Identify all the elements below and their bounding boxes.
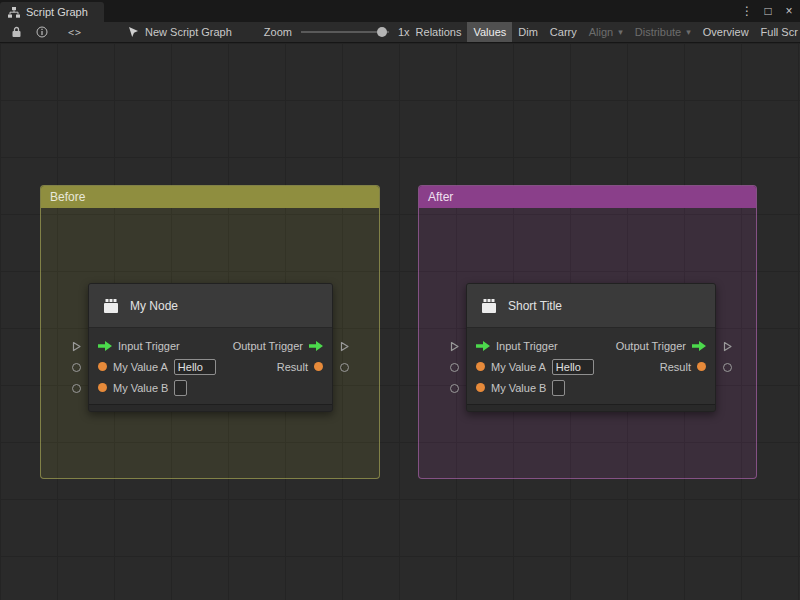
menu-icon[interactable]: ⋮	[741, 0, 753, 22]
value-port-icon	[476, 362, 485, 371]
overview-button[interactable]: Overview	[697, 22, 755, 42]
flow-out-arrow-icon	[692, 341, 706, 351]
align-label: Align	[589, 26, 613, 38]
flow-output-port[interactable]	[340, 341, 349, 352]
zoom-control: Zoom 1x	[264, 22, 410, 42]
group-label: Before	[50, 190, 85, 204]
values-button[interactable]: Values	[467, 22, 512, 42]
node-my-node[interactable]: My Node Input Trigger Output Trigger	[88, 283, 333, 412]
result-label: Result	[277, 361, 308, 373]
flow-in-label: Input Trigger	[496, 340, 558, 352]
tab-bar: Script Graph ⋮ □ ×	[0, 0, 800, 22]
node-title: My Node	[130, 299, 178, 313]
node-body: Input Trigger Output Trigger My Value A …	[89, 328, 332, 404]
port-row-value-a: My Value A Result	[89, 356, 332, 377]
value-a-label: My Value A	[113, 361, 168, 373]
value-b-input[interactable]	[552, 380, 565, 396]
value-b-label: My Value B	[491, 382, 546, 394]
value-a-label: My Value A	[491, 361, 546, 373]
value-b-label: My Value B	[113, 382, 168, 394]
port-row-value-a: My Value A Result	[467, 356, 715, 377]
chevron-down-icon: ▾	[686, 27, 691, 37]
flow-input-port[interactable]	[450, 341, 459, 352]
window-controls: ⋮ □ ×	[741, 0, 795, 22]
new-script-graph-label: New Script Graph	[145, 26, 232, 38]
graph-toolbar: <> New Script Graph Zoom 1x Relations Va…	[0, 22, 800, 43]
script-graph-window: Script Graph ⋮ □ × <> New Script Graph Z…	[0, 0, 800, 600]
flow-output-port[interactable]	[723, 341, 732, 352]
zoom-slider-knob[interactable]	[377, 27, 387, 37]
flow-out-label: Output Trigger	[233, 340, 303, 352]
node-footer	[467, 404, 715, 411]
group-header[interactable]: After	[419, 186, 756, 208]
pointer-icon	[127, 26, 139, 38]
graph-canvas[interactable]: Before After My Node	[0, 43, 800, 600]
value-input-port-a[interactable]	[72, 363, 81, 372]
value-port-icon	[98, 362, 107, 371]
value-output-port-result[interactable]	[340, 363, 349, 372]
port-row-trigger: Input Trigger Output Trigger	[89, 335, 332, 356]
tab-title: Script Graph	[26, 6, 88, 18]
flow-out-label: Output Trigger	[616, 340, 686, 352]
align-dropdown[interactable]: Align ▾	[583, 22, 629, 42]
group-header[interactable]: Before	[41, 186, 379, 208]
value-input-port-b[interactable]	[72, 384, 81, 393]
zoom-slider[interactable]	[301, 22, 389, 42]
node-short-title[interactable]: Short Title Input Trigger Output Trigger	[466, 283, 716, 412]
node-header[interactable]: My Node	[89, 284, 332, 328]
value-b-input[interactable]	[174, 380, 187, 396]
node-title: Short Title	[508, 299, 562, 313]
port-row-trigger: Input Trigger Output Trigger	[467, 335, 715, 356]
flow-in-label: Input Trigger	[118, 340, 180, 352]
result-label: Result	[660, 361, 691, 373]
distribute-label: Distribute	[635, 26, 681, 38]
new-script-graph-button[interactable]: New Script Graph	[121, 22, 238, 42]
node-body: Input Trigger Output Trigger My Value A …	[467, 328, 715, 404]
value-input-port-a[interactable]	[450, 363, 459, 372]
zoom-label: Zoom	[264, 26, 292, 38]
group-label: After	[428, 190, 453, 204]
unit-icon	[102, 298, 120, 314]
node-footer	[89, 404, 332, 411]
tab-script-graph[interactable]: Script Graph	[0, 2, 104, 22]
port-row-value-b: My Value B	[89, 377, 332, 398]
value-input-port-b[interactable]	[450, 384, 459, 393]
distribute-dropdown[interactable]: Distribute ▾	[629, 22, 697, 42]
carry-button[interactable]: Carry	[544, 22, 583, 42]
maximize-icon[interactable]: □	[762, 0, 774, 22]
flow-out-arrow-icon	[309, 341, 323, 351]
flow-input-port[interactable]	[72, 341, 81, 352]
value-output-port-result[interactable]	[723, 363, 732, 372]
value-port-icon	[314, 362, 323, 371]
info-icon[interactable]	[29, 22, 55, 42]
node-header[interactable]: Short Title	[467, 284, 715, 328]
flow-in-arrow-icon	[98, 341, 112, 351]
code-view-icon[interactable]: <>	[61, 22, 89, 42]
chevron-down-icon: ▾	[618, 27, 623, 37]
value-a-input[interactable]	[552, 359, 594, 375]
value-port-icon	[476, 383, 485, 392]
close-icon[interactable]: ×	[783, 0, 795, 22]
dim-button[interactable]: Dim	[512, 22, 544, 42]
relations-button[interactable]: Relations	[410, 22, 468, 42]
value-port-icon	[697, 362, 706, 371]
zoom-slider-track[interactable]	[301, 31, 389, 33]
fullscreen-button[interactable]: Full Scr	[755, 22, 800, 42]
port-row-value-b: My Value B	[467, 377, 715, 398]
value-a-input[interactable]	[174, 359, 216, 375]
unit-icon	[480, 298, 498, 314]
value-port-icon	[98, 383, 107, 392]
toolbar-buttons: Relations Values Dim Carry Align ▾ Distr…	[410, 22, 800, 42]
lock-icon[interactable]	[4, 22, 29, 42]
graph-icon	[8, 7, 20, 18]
flow-in-arrow-icon	[476, 341, 490, 351]
zoom-value: 1x	[398, 26, 410, 38]
